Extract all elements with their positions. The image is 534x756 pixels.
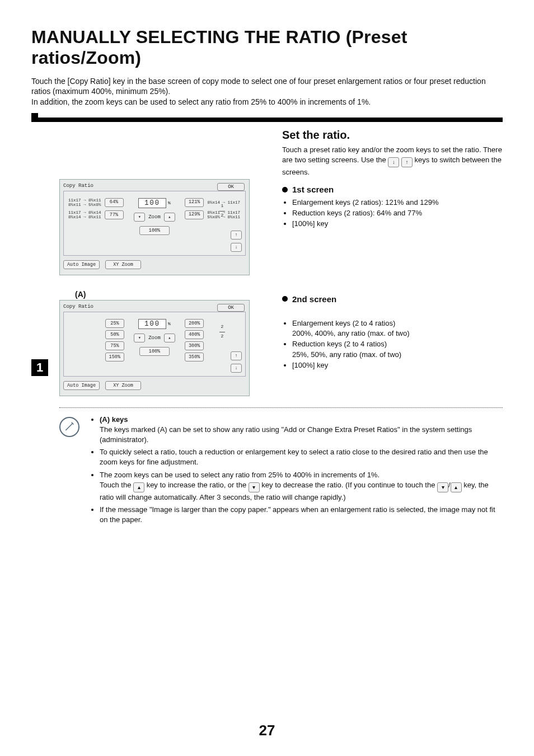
zoom-up-icon[interactable]: ▴ — [133, 482, 144, 492]
second-screen-label: 2nd screen — [292, 294, 336, 304]
intro-line-2: In addition, the zoom keys can be used t… — [31, 97, 371, 106]
divider — [59, 407, 503, 408]
set-ratio-paragraph: Touch a preset ratio key and/or the zoom… — [282, 145, 503, 177]
preset-ratio-150[interactable]: 150% — [105, 353, 124, 361]
preset-ratio-200[interactable]: 200% — [185, 319, 204, 328]
screen-up-button[interactable]: ↑ — [231, 351, 242, 360]
list-sub-item: 25%, 50%, any ratio (max. of two) — [292, 350, 503, 360]
screen-down-button[interactable]: ↓ — [231, 243, 242, 252]
preset-ratio-400[interactable]: 400% — [185, 330, 204, 339]
preset-ratio-50[interactable]: 50% — [105, 330, 124, 339]
hundred-percent-button[interactable]: 100% — [139, 226, 170, 235]
ratio-display: 100 % — [138, 198, 170, 208]
zoom-label: Zoom — [148, 214, 161, 220]
ratio-panel-1: Copy Ratio OK 11x17 → 8½x118½x11 → 5½x8½… — [59, 179, 250, 275]
note-text: key to increase the ratio, or the — [147, 481, 249, 489]
zoom-up-icon[interactable]: ▴ — [164, 213, 175, 222]
preset-ratio-25[interactable]: 25% — [105, 319, 124, 328]
list-item: Enlargement keys (2 to 4 ratios) — [292, 318, 503, 329]
zoom-label: Zoom — [148, 335, 161, 341]
ratio-panel-2: Copy Ratio OK 25% 50% 75% 150% 100 % — [59, 300, 250, 396]
ratio-value: 100 — [138, 319, 166, 329]
zoom-down-icon[interactable]: ▾ — [437, 482, 448, 492]
percent-label: % — [168, 200, 171, 205]
auto-image-button[interactable]: Auto Image — [63, 381, 100, 390]
note-text: The zoom keys can be used to select any … — [100, 471, 380, 479]
zoom-down-icon[interactable]: ▾ — [134, 334, 145, 342]
size-label: 11x17 → 8½x148½x14 → 8½x11 — [68, 210, 101, 220]
zoom-up-icon[interactable]: ▴ — [451, 482, 462, 492]
bullet-icon — [282, 296, 288, 302]
xy-zoom-button[interactable]: XY Zoom — [105, 381, 141, 390]
list-sub-item: 200%, 400%, any ratio (max. of two) — [292, 328, 503, 339]
step-number-badge: 1 — [31, 359, 48, 376]
ratio-value: 100 — [138, 198, 166, 208]
intro-text: Touch the [Copy Ratio] key in the base s… — [31, 76, 503, 108]
page-indicator: 12 — [219, 204, 225, 218]
list-item: (A) keys The keys marked (A) can be set … — [100, 415, 503, 445]
preset-ratio-300[interactable]: 300% — [185, 341, 204, 350]
screen-up-button[interactable]: ↑ — [231, 231, 242, 240]
screen-down-button[interactable]: ↓ — [231, 364, 242, 373]
down-arrow-icon[interactable]: ↓ — [388, 157, 399, 167]
second-screen-bullets-2: Reduction keys (2 to 4 ratios) — [282, 339, 503, 350]
size-label: 11x17 → 8½x118½x11 → 5½x8½ — [68, 198, 101, 208]
note-text: The keys marked (A) can be set to show a… — [100, 425, 472, 444]
note-icon — [59, 417, 79, 437]
auto-image-button[interactable]: Auto Image — [63, 260, 100, 269]
xy-zoom-button[interactable]: XY Zoom — [105, 260, 141, 269]
list-item: The zoom keys can be used to select any … — [100, 470, 503, 503]
zoom-down-icon[interactable]: ▾ — [134, 213, 145, 222]
second-screen-bullets-3: [100%] key — [282, 360, 503, 371]
hundred-percent-button[interactable]: 100% — [139, 347, 170, 356]
preset-ratio-121[interactable]: 121% — [185, 198, 204, 207]
second-screen-bullets: Enlargement keys (2 to 4 ratios) — [282, 318, 503, 329]
page-indicator: 22 — [219, 325, 225, 339]
list-item: If the message "Image is larger than the… — [100, 505, 503, 525]
list-item: [100%] key — [292, 360, 503, 371]
ratio-display: 100 % — [138, 319, 170, 329]
preset-ratio-77[interactable]: 77% — [105, 210, 124, 219]
a-keys-label: (A) — [75, 290, 266, 299]
second-screen-heading: 2nd screen — [282, 294, 503, 304]
page-title: MANUALLY SELECTING THE RATIO (Preset rat… — [31, 27, 503, 68]
zoom-up-icon[interactable]: ▴ — [164, 334, 175, 342]
ok-button[interactable]: OK — [217, 304, 245, 312]
up-arrow-icon[interactable]: ↑ — [401, 157, 413, 167]
zoom-down-icon[interactable]: ▾ — [249, 482, 260, 492]
preset-ratio-129[interactable]: 129% — [185, 210, 204, 219]
notes-list: (A) keys The keys marked (A) can be set … — [91, 415, 503, 528]
note-text: Touch the — [100, 481, 133, 489]
intro-line-1: Touch the [Copy Ratio] key in the base s… — [31, 77, 486, 96]
percent-label: % — [168, 321, 171, 326]
preset-ratio-64[interactable]: 64% — [105, 198, 124, 207]
note-text: key to decrease the ratio. (If you conti… — [261, 481, 437, 489]
list-item: Reduction keys (2 to 4 ratios) — [292, 339, 503, 350]
ok-button[interactable]: OK — [217, 183, 245, 191]
page-number: 27 — [0, 722, 534, 739]
section-rule — [31, 118, 503, 122]
preset-ratio-350[interactable]: 350% — [185, 353, 204, 361]
a-keys-heading: (A) keys — [100, 415, 128, 424]
list-item: To quickly select a ratio, touch a reduc… — [100, 447, 503, 467]
preset-ratio-75[interactable]: 75% — [105, 341, 124, 350]
set-ratio-heading: Set the ratio. — [282, 129, 503, 142]
